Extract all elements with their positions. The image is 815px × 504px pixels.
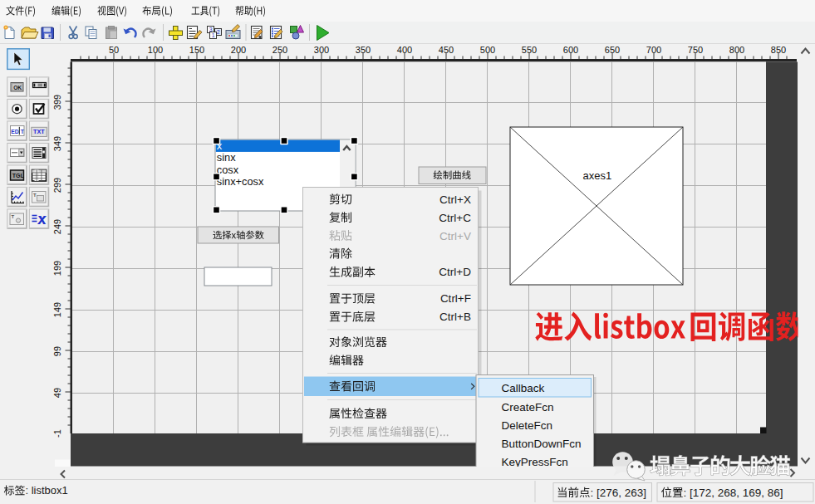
svg-text:sinx+cosx: sinx+cosx xyxy=(217,175,264,188)
svg-text:800: 800 xyxy=(729,45,744,55)
svg-text:TGL: TGL xyxy=(12,173,25,179)
svg-text:400: 400 xyxy=(397,45,412,55)
svg-text:TXT: TXT xyxy=(33,128,45,135)
svg-text:: [276, 263]: : [276, 263] xyxy=(591,487,647,499)
svg-text:199: 199 xyxy=(52,261,62,276)
svg-text:349: 349 xyxy=(52,136,62,151)
svg-text:ButtonDownFcn: ButtonDownFcn xyxy=(502,438,582,450)
svg-text:150: 150 xyxy=(189,45,204,55)
svg-text:Callback: Callback xyxy=(502,382,545,394)
svg-text:100: 100 xyxy=(148,45,163,55)
svg-text:149: 149 xyxy=(52,302,62,317)
svg-text:X: X xyxy=(37,213,47,227)
svg-text:550: 550 xyxy=(522,45,537,55)
svg-text:49: 49 xyxy=(52,388,62,398)
svg-text:ED T: ED T xyxy=(11,129,24,135)
svg-text:700: 700 xyxy=(646,45,661,55)
svg-text:399: 399 xyxy=(52,95,62,110)
svg-text:650: 650 xyxy=(605,45,620,55)
svg-text:sinx: sinx xyxy=(217,151,236,164)
svg-text:300: 300 xyxy=(314,45,329,55)
svg-text:Ctrl+B: Ctrl+B xyxy=(439,311,471,323)
svg-text:DeleteFcn: DeleteFcn xyxy=(502,419,553,432)
svg-text:2: 2 xyxy=(217,29,220,35)
svg-text:249: 249 xyxy=(52,219,62,234)
svg-text:750: 750 xyxy=(688,45,703,55)
svg-text:200: 200 xyxy=(231,45,246,55)
svg-text:250: 250 xyxy=(272,45,287,55)
svg-text:450: 450 xyxy=(439,45,454,55)
svg-text:Ctrl+D: Ctrl+D xyxy=(439,266,471,278)
svg-text:1: 1 xyxy=(212,32,215,38)
svg-text:Ctrl+C: Ctrl+C xyxy=(439,212,471,224)
svg-text:Ctrl+F: Ctrl+F xyxy=(440,292,471,305)
svg-text:T: T xyxy=(33,193,37,198)
svg-text:-1: -1 xyxy=(52,429,62,438)
svg-text:KeyPressFcn: KeyPressFcn xyxy=(502,456,568,468)
svg-text:850: 850 xyxy=(771,45,786,55)
svg-text:350: 350 xyxy=(356,45,371,55)
svg-text:50: 50 xyxy=(109,45,119,55)
svg-text:500: 500 xyxy=(480,45,495,55)
svg-text:CreateFcn: CreateFcn xyxy=(502,401,554,413)
svg-text:: listbox1: : listbox1 xyxy=(26,484,68,497)
svg-text:axes1: axes1 xyxy=(583,169,612,182)
svg-text:600: 600 xyxy=(563,45,578,55)
svg-text:299: 299 xyxy=(52,178,62,193)
svg-text:T: T xyxy=(12,214,15,219)
svg-text:: [172, 268, 169, 86]: : [172, 268, 169, 86] xyxy=(684,487,783,499)
svg-text:OK: OK xyxy=(13,85,22,91)
svg-text:99: 99 xyxy=(52,346,62,356)
svg-text:Ctrl+V: Ctrl+V xyxy=(439,230,471,242)
svg-text:Ctrl+X: Ctrl+X xyxy=(439,193,471,206)
